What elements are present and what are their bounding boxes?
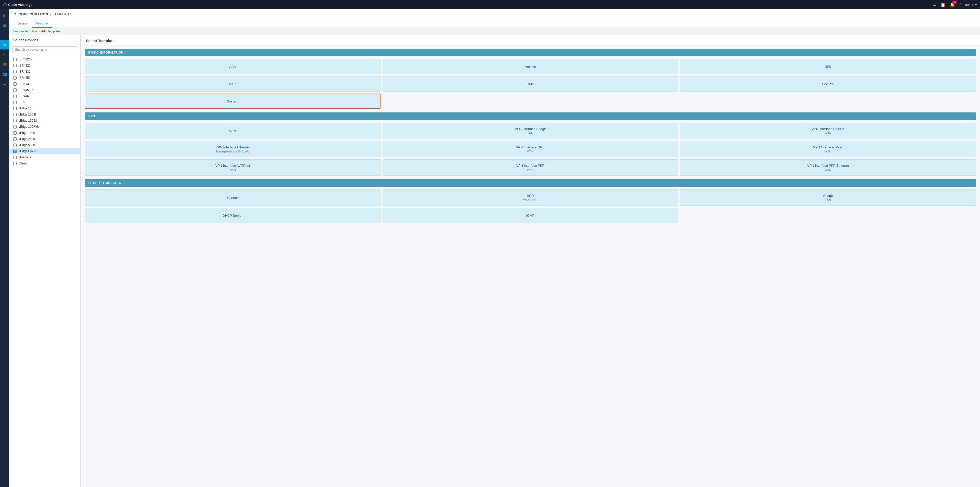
device-item[interactable]: vSmart (9, 160, 80, 167)
template-card[interactable]: NTP (85, 76, 380, 92)
device-name: ISR4321 (19, 64, 30, 67)
device-item[interactable]: vEdge 1000 (9, 130, 80, 136)
template-card[interactable]: ICMP (383, 208, 678, 223)
device-checkbox[interactable] (13, 137, 17, 141)
template-section: VPNVPNVPN Interface BridgeLANVPN Interfa… (85, 113, 976, 176)
template-card-sub: LAN (825, 198, 831, 201)
device-item[interactable]: ISR4461 (9, 93, 80, 99)
template-card[interactable]: DHCP Server (85, 208, 380, 223)
template-card[interactable]: BGPWAN | LAN (383, 189, 678, 206)
template-card[interactable]: AAA (85, 59, 380, 74)
sidebar-icons: ⊞ ☰ ▭ ⚙ ✂ 💼 👥 ≡ (0, 9, 9, 487)
search-input[interactable] (12, 46, 77, 53)
device-checkbox[interactable] (13, 82, 17, 86)
device-item[interactable]: vEdge 2000 (9, 136, 80, 142)
breadcrumb-current: Add Template (41, 30, 60, 33)
device-item[interactable]: vManage (9, 154, 80, 160)
device-checkbox[interactable] (13, 101, 17, 104)
template-card-name: AAA (229, 65, 236, 68)
device-checkbox[interactable] (13, 95, 17, 98)
admin-menu[interactable]: admin ▾ (965, 3, 977, 6)
notification-count: 14 (952, 1, 957, 4)
template-card[interactable]: BridgeLAN (680, 189, 976, 206)
template-card[interactable]: VPN Interface GREWAN (383, 141, 678, 157)
device-checkbox[interactable] (13, 76, 17, 79)
template-card[interactable]: VPN Interface BridgeLAN (383, 123, 678, 139)
device-checkbox[interactable] (13, 70, 17, 73)
device-checkbox[interactable] (13, 144, 17, 147)
template-card[interactable]: Banner (85, 189, 380, 206)
device-item[interactable]: vEdge 5000 (9, 142, 80, 148)
help-icon[interactable]: ? (959, 2, 961, 7)
template-card[interactable]: BFD (680, 59, 976, 74)
device-checkbox[interactable] (13, 125, 17, 128)
template-card[interactable]: VPN Interface NATPoolWAN (85, 159, 380, 176)
template-card[interactable]: VPN Interface CellularWAN (680, 123, 976, 139)
tabs-bar: Device Feature (9, 19, 980, 28)
device-name: ISR4331 (19, 70, 30, 73)
device-checkbox[interactable] (13, 89, 17, 92)
template-grid: BannerBGPWAN | LANBridgeLANDHCP ServerIC… (85, 189, 976, 223)
template-card-name: VPN Interface IPsec (813, 145, 843, 149)
template-grid: AAAArchiveBFDNTPOMPSecuritySystem (85, 59, 976, 109)
sidebar-item-monitor[interactable]: ▭ (0, 30, 9, 40)
sidebar-item-admin[interactable]: 👥 (0, 69, 9, 79)
tab-device[interactable]: Device (13, 19, 32, 28)
sidebar-item-more[interactable]: ≡ (0, 79, 9, 88)
app-name: Cisco vManage (8, 3, 32, 6)
top-nav-right: ☁ 📋 🔔 14 ? admin ▾ (932, 2, 977, 7)
device-name: vEdge 100 (19, 106, 33, 110)
device-name: ISR4351 (19, 76, 30, 79)
device-checkbox[interactable] (13, 131, 17, 135)
template-card[interactable]: System (85, 94, 380, 109)
device-item[interactable]: vEdge 100 WM (9, 124, 80, 130)
device-checkbox[interactable] (13, 107, 17, 110)
section-header: BASIC INFORMATION (85, 49, 976, 56)
device-item[interactable]: vEdge 100 M (9, 117, 80, 124)
notification-bell[interactable]: 🔔 14 (950, 2, 955, 7)
template-card[interactable]: VPN Interface IPsecWAN (680, 141, 976, 157)
template-card[interactable]: VPN Interface PPPWAN (383, 159, 678, 176)
device-checkbox[interactable] (13, 113, 17, 116)
top-nav: ⬡ Cisco vManage ☁ 📋 🔔 14 ? admin ▾ (0, 0, 980, 9)
template-card[interactable]: VPN Interface EthernetManagement | WAN |… (85, 141, 380, 157)
device-name: ISR4221X (19, 58, 33, 61)
sidebar-item-work[interactable]: 💼 (0, 60, 9, 69)
cloud-icon[interactable]: ☁ (932, 2, 936, 7)
template-card[interactable]: VPN Interface PPP EthernetWAN (680, 159, 976, 176)
devices-panel-title: Select Devices (9, 35, 80, 44)
device-item[interactable]: vEdge Cloud (9, 148, 80, 154)
device-item[interactable]: ISR4451-X (9, 87, 80, 93)
device-item[interactable]: vEdge 100 (9, 105, 80, 111)
device-item[interactable]: ISR4331 (9, 68, 80, 75)
device-item[interactable]: ISR4431 (9, 81, 80, 87)
template-card-sub: WAN (527, 150, 533, 153)
device-item[interactable]: ISR4221X (9, 56, 80, 62)
sidebar-item-menu[interactable]: ☰ (0, 21, 9, 30)
template-card[interactable]: Archive (383, 59, 678, 74)
device-item[interactable]: vEdge 100 B (9, 111, 80, 117)
device-checkbox[interactable] (13, 162, 17, 165)
page-header: ⚙ CONFIGURATION | TEMPLATES (9, 9, 980, 19)
device-name: ISR4451-X (19, 88, 34, 92)
sidebar-item-tools[interactable]: ✂ (0, 50, 9, 59)
template-card[interactable]: VPN (85, 123, 380, 139)
device-item[interactable]: ISR4351 (9, 75, 80, 81)
device-checkbox[interactable] (13, 156, 17, 159)
tab-feature[interactable]: Feature (32, 19, 52, 28)
breadcrumb-parent[interactable]: Feature Template (13, 30, 37, 33)
template-card-sub: WAN (825, 150, 831, 153)
device-item[interactable]: ISR4321 (9, 62, 80, 68)
header-separator: | (50, 12, 51, 16)
device-item[interactable]: ISRv (9, 99, 80, 105)
template-card[interactable]: Security (680, 76, 976, 92)
device-checkbox[interactable] (13, 58, 17, 61)
sidebar-item-config[interactable]: ⚙ (0, 40, 9, 49)
template-card[interactable]: OMP (383, 76, 678, 92)
device-checkbox[interactable] (13, 150, 17, 153)
device-checkbox[interactable] (13, 119, 17, 122)
clipboard-icon[interactable]: 📋 (940, 2, 945, 7)
device-name: vEdge 100 WM (19, 125, 40, 128)
device-checkbox[interactable] (13, 64, 17, 67)
sidebar-item-apps[interactable]: ⊞ (0, 11, 9, 21)
